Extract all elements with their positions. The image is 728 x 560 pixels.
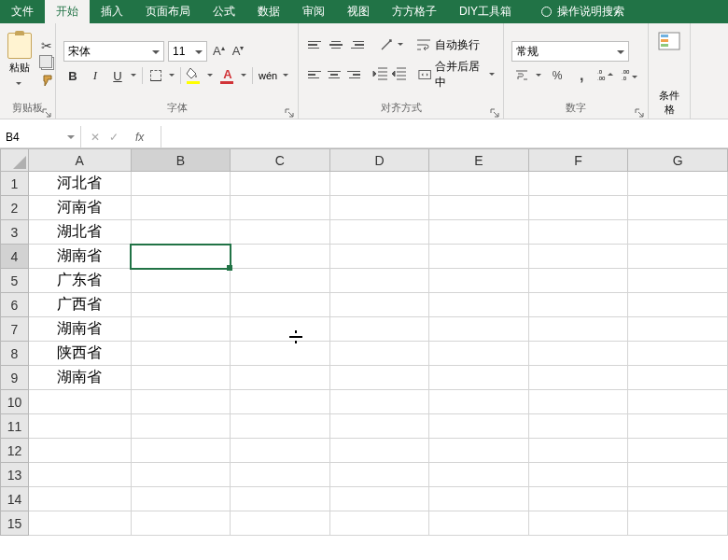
cell-D1[interactable] (329, 172, 429, 196)
cell-F12[interactable] (528, 439, 628, 463)
bold-button[interactable]: B (63, 66, 82, 85)
row-header-12[interactable]: 12 (1, 439, 29, 463)
increase-indent-button[interactable] (391, 66, 408, 83)
align-top-button[interactable] (306, 36, 325, 53)
row-header-1[interactable]: 1 (1, 172, 29, 196)
cell-C8[interactable] (231, 342, 330, 366)
cell-G12[interactable] (628, 439, 728, 463)
cell-F15[interactable] (528, 511, 628, 536)
cell-G7[interactable] (628, 317, 728, 342)
name-box[interactable]: B4 (0, 126, 81, 147)
cell-A4[interactable]: 湖南省 (28, 245, 131, 269)
cell-B12[interactable] (131, 439, 231, 463)
shrink-font-button[interactable]: A▾ (231, 44, 246, 58)
wrap-text-button[interactable]: 自动换行 (416, 37, 480, 53)
font-size-dropdown[interactable]: 11 (168, 41, 207, 62)
cell-C4[interactable] (231, 245, 330, 269)
cell-C7[interactable] (231, 317, 330, 342)
menu-review[interactable]: 审阅 (291, 0, 336, 23)
cell-E12[interactable] (429, 439, 529, 463)
cell-D2[interactable] (329, 196, 429, 220)
cell-C13[interactable] (231, 463, 330, 487)
cell-F4[interactable] (528, 245, 628, 269)
orientation-button[interactable] (377, 35, 396, 54)
cell-F7[interactable] (528, 317, 628, 342)
row-header-7[interactable]: 7 (1, 317, 29, 342)
cell-D10[interactable] (329, 390, 429, 414)
cell-E1[interactable] (429, 172, 529, 196)
cell-A14[interactable] (28, 487, 131, 511)
italic-button[interactable]: I (86, 66, 105, 85)
cell-E6[interactable] (429, 293, 529, 317)
cell-E9[interactable] (429, 366, 529, 390)
cell-E10[interactable] (429, 390, 529, 414)
cell-D9[interactable] (329, 366, 429, 390)
formula-input[interactable] (161, 126, 728, 147)
cell-F11[interactable] (528, 414, 628, 439)
cell-B8[interactable] (131, 342, 231, 366)
insert-function-button[interactable]: fx (128, 131, 151, 144)
cell-G2[interactable] (628, 196, 728, 220)
cell-F6[interactable] (528, 293, 628, 317)
font-color-button[interactable]: A (218, 67, 237, 84)
column-header-G[interactable]: G (628, 149, 728, 172)
row-header-15[interactable]: 15 (1, 511, 29, 536)
cell-F9[interactable] (528, 366, 628, 390)
cell-C3[interactable] (231, 220, 330, 245)
row-header-2[interactable]: 2 (1, 196, 29, 220)
cell-G6[interactable] (628, 293, 728, 317)
cell-B4[interactable] (131, 245, 231, 269)
format-painter-button[interactable] (41, 74, 56, 89)
cell-C1[interactable] (231, 172, 330, 196)
phonetic-dropdown-icon[interactable] (283, 66, 290, 85)
cell-B1[interactable] (131, 172, 231, 196)
fill-dropdown-icon[interactable] (207, 66, 215, 85)
accept-entry-button[interactable]: ✓ (109, 131, 119, 144)
cell-A10[interactable] (28, 390, 131, 414)
cell-F5[interactable] (528, 269, 628, 293)
menu-home[interactable]: 开始 (45, 0, 90, 23)
cell-A5[interactable]: 广东省 (28, 269, 131, 293)
cell-A9[interactable]: 湖南省 (28, 366, 131, 390)
cell-C6[interactable] (231, 293, 330, 317)
phonetic-button[interactable]: wén (257, 70, 279, 81)
menu-file[interactable]: 文件 (0, 0, 45, 23)
cell-G3[interactable] (628, 220, 728, 245)
cell-A6[interactable]: 广西省 (28, 293, 131, 317)
tell-me-search[interactable]: 操作说明搜索 (530, 0, 636, 23)
font-dialog-launcher[interactable] (285, 105, 296, 116)
align-bottom-button[interactable] (347, 36, 366, 53)
cell-D11[interactable] (329, 414, 429, 439)
cell-E3[interactable] (429, 220, 529, 245)
menu-ffgz[interactable]: 方方格子 (381, 0, 448, 23)
cell-G5[interactable] (628, 269, 728, 293)
select-all-corner[interactable] (1, 149, 29, 172)
cell-G14[interactable] (628, 487, 728, 511)
cell-A11[interactable] (28, 414, 131, 439)
column-header-F[interactable]: F (528, 149, 628, 172)
cell-F1[interactable] (528, 172, 628, 196)
cell-B9[interactable] (131, 366, 231, 390)
align-right-button[interactable] (344, 66, 361, 83)
cell-G8[interactable] (628, 342, 728, 366)
cell-D5[interactable] (329, 269, 429, 293)
orientation-dropdown-icon[interactable] (398, 35, 405, 54)
cut-button[interactable]: ✂ (41, 38, 56, 53)
borders-dropdown-icon[interactable] (169, 66, 176, 85)
cell-A1[interactable]: 河北省 (28, 172, 131, 196)
cell-A12[interactable] (28, 439, 131, 463)
cell-B3[interactable] (131, 220, 231, 245)
cell-C12[interactable] (231, 439, 330, 463)
number-format-dropdown[interactable]: 常规 (511, 41, 629, 62)
cell-F10[interactable] (528, 390, 628, 414)
underline-button[interactable]: U (108, 66, 127, 85)
row-header-6[interactable]: 6 (1, 293, 29, 317)
column-header-E[interactable]: E (429, 149, 529, 172)
cell-B6[interactable] (131, 293, 231, 317)
cell-C9[interactable] (231, 366, 330, 390)
cell-E15[interactable] (429, 511, 529, 536)
cell-B5[interactable] (131, 269, 231, 293)
align-center-button[interactable] (326, 66, 343, 83)
row-header-8[interactable]: 8 (1, 342, 29, 366)
underline-dropdown-icon[interactable] (131, 66, 138, 85)
